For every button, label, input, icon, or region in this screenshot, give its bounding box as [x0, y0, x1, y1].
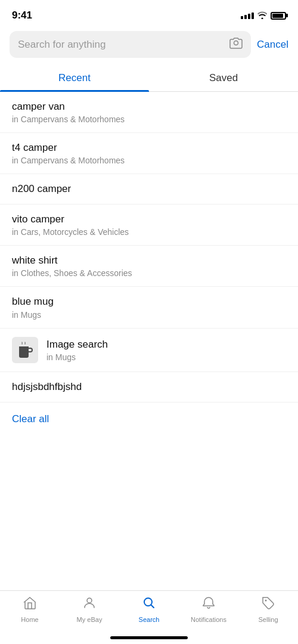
search-item-image: [12, 337, 38, 363]
search-input-wrapper[interactable]: Search for anything: [10, 31, 251, 58]
list-item[interactable]: white shirt in Clothes, Shoes & Accessor…: [0, 246, 298, 287]
nav-label-notifications: Notifications: [191, 616, 226, 623]
search-item-content: blue mug in Mugs: [12, 295, 286, 319]
search-item-subtitle: in Mugs: [12, 310, 286, 320]
search-item-subtitle: in Mugs: [46, 352, 286, 362]
home-icon: [23, 596, 37, 614]
nav-item-myebay[interactable]: My eBay: [60, 596, 119, 623]
search-item-title: blue mug: [12, 295, 286, 308]
status-icons: [241, 11, 286, 21]
list-item[interactable]: vito camper in Cars, Motorcycles & Vehic…: [0, 205, 298, 246]
person-icon: [82, 596, 97, 614]
nav-item-selling[interactable]: Selling: [238, 596, 298, 623]
tab-recent[interactable]: Recent: [0, 65, 149, 91]
svg-point-2: [87, 598, 92, 603]
nav-label-myebay: My eBay: [77, 616, 103, 623]
search-item-title: t4 camper: [12, 141, 286, 154]
svg-point-0: [234, 41, 238, 45]
list-item[interactable]: hdjsjsbdhfbjshd: [0, 372, 298, 402]
search-item-content: Image search in Mugs: [46, 338, 286, 362]
search-item-content: n200 camper: [12, 182, 286, 196]
nav-item-search[interactable]: Search: [119, 596, 179, 623]
nav-label-selling: Selling: [258, 616, 278, 623]
search-input[interactable]: Search for anything: [18, 39, 224, 51]
status-time: 9:41: [12, 10, 32, 21]
nav-label-home: Home: [21, 616, 38, 623]
wifi-icon: [257, 11, 267, 21]
list-item[interactable]: blue mug in Mugs: [0, 287, 298, 328]
search-item-subtitle: in Campervans & Motorhomes: [12, 156, 286, 165]
tabs: Recent Saved: [0, 65, 298, 92]
status-bar: 9:41: [0, 0, 298, 26]
tab-saved[interactable]: Saved: [149, 65, 298, 91]
list-item-image-search[interactable]: Image search in Mugs: [0, 329, 298, 372]
search-item-subtitle: in Cars, Motorcycles & Vehicles: [12, 227, 286, 237]
nav-item-home[interactable]: Home: [0, 596, 60, 623]
search-item-title: white shirt: [12, 254, 286, 267]
search-item-title: hdjsjsbdhfbjshd: [12, 380, 286, 394]
search-item-title: n200 camper: [12, 182, 286, 196]
search-item-title: Image search: [46, 338, 286, 351]
signal-bars-icon: [241, 13, 254, 19]
search-bar-container: Search for anything Cancel: [0, 26, 298, 63]
cancel-button[interactable]: Cancel: [257, 39, 288, 51]
bell-icon: [201, 596, 216, 614]
nav-item-notifications[interactable]: Notifications: [179, 596, 238, 623]
search-item-content: white shirt in Clothes, Shoes & Accessor…: [12, 254, 286, 278]
search-item-content: t4 camper in Campervans & Motorhomes: [12, 141, 286, 165]
nav-label-search: Search: [139, 616, 160, 623]
tag-icon: [261, 596, 275, 614]
search-item-title: vito camper: [12, 213, 286, 226]
search-item-content: camper van in Campervans & Motorhomes: [12, 100, 286, 124]
search-item-subtitle: in Campervans & Motorhomes: [12, 114, 286, 124]
clear-all-button[interactable]: Clear all: [0, 402, 298, 436]
search-item-title: camper van: [12, 100, 286, 113]
home-bar: [110, 636, 188, 639]
search-item-subtitle: in Clothes, Shoes & Accessories: [12, 268, 286, 278]
search-list: camper van in Campervans & Motorhomes t4…: [0, 92, 298, 402]
search-item-content: hdjsjsbdhfbjshd: [12, 380, 286, 394]
search-icon: [142, 596, 156, 614]
svg-point-4: [265, 600, 267, 602]
list-item[interactable]: n200 camper: [0, 174, 298, 205]
search-item-content: vito camper in Cars, Motorcycles & Vehic…: [12, 213, 286, 237]
camera-icon[interactable]: [229, 37, 243, 52]
list-item[interactable]: camper van in Campervans & Motorhomes: [0, 92, 298, 133]
battery-icon: [271, 12, 286, 20]
list-item[interactable]: t4 camper in Campervans & Motorhomes: [0, 133, 298, 174]
